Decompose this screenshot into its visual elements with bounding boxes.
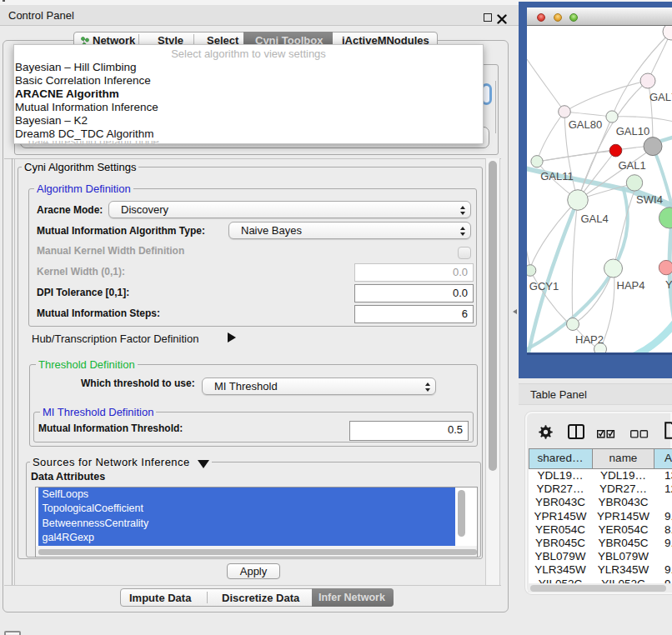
svg-text:GAL11: GAL11 bbox=[540, 170, 574, 182]
svg-text:GAL80: GAL80 bbox=[569, 118, 602, 131]
svg-text:GAL10: GAL10 bbox=[616, 125, 649, 138]
svg-text:GAL7: GAL7 bbox=[649, 91, 672, 103]
svg-text:SWI4: SWI4 bbox=[636, 193, 663, 206]
svg-text:Y: Y bbox=[665, 278, 672, 291]
svg-text:HAP2: HAP2 bbox=[575, 333, 604, 346]
svg-text:GCY1: GCY1 bbox=[529, 280, 559, 292]
svg-text:HAP4: HAP4 bbox=[617, 279, 645, 292]
svg-text:GAL1: GAL1 bbox=[618, 159, 645, 172]
svg-text:GAL4: GAL4 bbox=[580, 212, 608, 225]
